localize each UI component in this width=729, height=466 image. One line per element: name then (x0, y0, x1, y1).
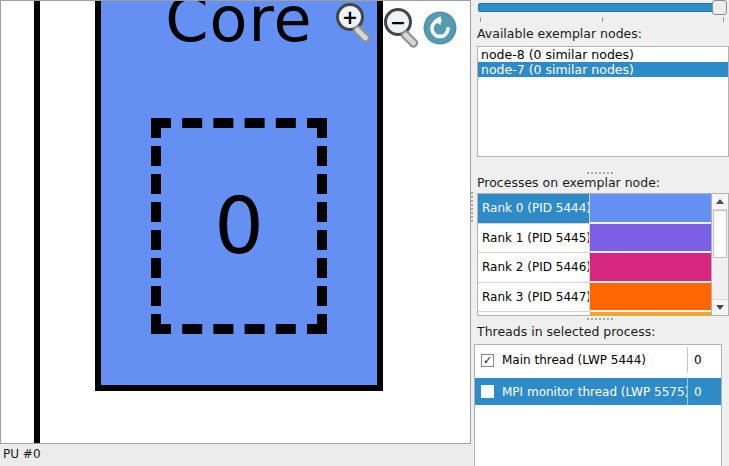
thread-row-main[interactable]: ✓ Main thread (LWP 5444) 0 (475, 347, 721, 373)
process-color-swatch (590, 224, 711, 254)
magnifier-handle (399, 29, 420, 50)
process-row-partial (478, 312, 711, 315)
list-item-node-8[interactable]: node-8 (0 similar nodes) (478, 47, 728, 62)
arrow-down-icon (716, 305, 724, 310)
process-row-rank2[interactable]: Rank 2 (PID 5446) (478, 253, 711, 283)
section-splitter-handle[interactable] (587, 318, 613, 320)
slider-tick (723, 17, 724, 22)
core-box[interactable]: Core 0 (95, 0, 383, 391)
process-row-rank3[interactable]: Rank 3 (PID 5447) (478, 283, 711, 313)
checkbox-checked-icon[interactable]: ✓ (481, 354, 494, 367)
thread-value: 0 (687, 378, 721, 405)
refresh-button[interactable] (423, 11, 457, 45)
process-label[interactable]: Rank 2 (PID 5446) (478, 253, 590, 283)
section-splitter-handle[interactable] (587, 172, 613, 174)
magnifier-handle (351, 24, 372, 45)
zoom-slider[interactable] (478, 3, 727, 12)
processes-scrollbar[interactable] (711, 194, 728, 315)
process-label[interactable]: Rank 3 (PID 5447) (478, 283, 590, 313)
pu-label: 0 (214, 187, 264, 265)
zoom-slider-handle[interactable] (712, 0, 727, 15)
exemplar-nodes-list[interactable]: node-8 (0 similar nodes) node-7 (0 simil… (477, 46, 729, 157)
app-window: Core 0 + − PU #0 Available exemplar node… (0, 0, 729, 466)
topology-canvas[interactable]: Core 0 (0, 0, 471, 444)
thread-label: MPI monitor thread (LWP 5575) (502, 385, 687, 399)
arrow-up-icon (716, 199, 724, 204)
process-label[interactable]: Rank 1 (PID 5445) (478, 224, 590, 254)
nodes-section-label: Available exemplar nodes: (477, 26, 642, 41)
zoom-in-button[interactable]: + (336, 3, 378, 53)
refresh-icon (423, 11, 457, 45)
list-item-node-7[interactable]: node-7 (0 similar nodes) (478, 62, 728, 77)
process-color-swatch (590, 283, 711, 313)
status-bar: PU #0 (0, 444, 473, 466)
scroll-down-button[interactable] (712, 299, 728, 315)
slider-tick (602, 17, 603, 22)
thread-row-mpi-monitor[interactable]: MPI monitor thread (LWP 5575) 0 (475, 378, 721, 405)
process-label[interactable]: Rank 0 (PID 5444) (478, 194, 590, 224)
thread-label: Main thread (LWP 5444) (502, 353, 646, 367)
zoom-out-button[interactable]: − (384, 8, 426, 58)
processes-section-label: Processes on exemplar node: (477, 175, 660, 190)
process-color-swatch (590, 253, 711, 283)
processes-table[interactable]: Rank 0 (PID 5444) Rank 1 (PID 5445) Rank… (477, 193, 729, 316)
pu-box[interactable]: 0 (151, 118, 327, 334)
panel-splitter-handle[interactable] (471, 192, 473, 222)
thread-value: 0 (687, 347, 721, 373)
scroll-up-button[interactable] (712, 194, 728, 210)
slider-tick (480, 17, 481, 22)
process-color-swatch (590, 312, 711, 315)
topology-edge-line (34, 1, 40, 444)
checkbox-unchecked-icon[interactable] (481, 385, 494, 398)
threads-table[interactable]: ✓ Main thread (LWP 5444) 0 MPI monitor t… (474, 344, 722, 466)
process-row-rank0[interactable]: Rank 0 (PID 5444) (478, 194, 711, 224)
process-color-swatch (590, 194, 711, 224)
scrollbar-thumb[interactable] (713, 210, 727, 258)
status-text: PU #0 (3, 447, 41, 461)
processes-rows: Rank 0 (PID 5444) Rank 1 (PID 5445) Rank… (478, 194, 711, 315)
threads-section-label: Threads in selected process: (477, 324, 656, 339)
process-row-rank1[interactable]: Rank 1 (PID 5445) (478, 224, 711, 254)
